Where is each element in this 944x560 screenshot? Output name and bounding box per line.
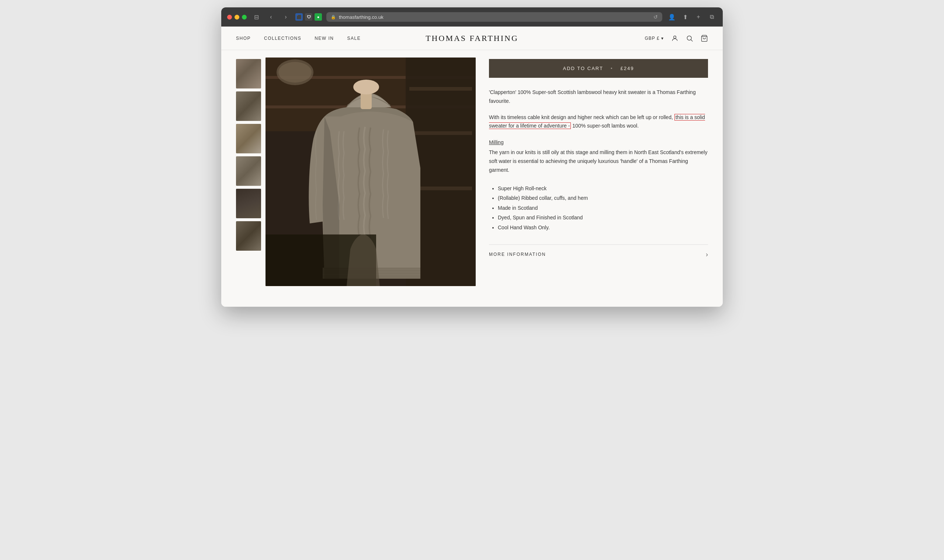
svg-point-18 xyxy=(353,80,379,94)
milling-text: The yarn in our knits is still oily at t… xyxy=(489,148,708,174)
nav-left: SHOP COLLECTIONS NEW IN SALE xyxy=(236,36,360,41)
product-thumbnail-4[interactable] xyxy=(236,156,261,186)
page: SHOP COLLECTIONS NEW IN SALE THOMAS FART… xyxy=(221,26,723,307)
product-description-2: With its timeless cable knit design and … xyxy=(489,113,708,131)
address-bar-container: 🔒 ↺ xyxy=(326,12,662,22)
feature-item-4: Dyed, Spun and Finished in Scotland xyxy=(498,213,708,223)
nav-sale-link[interactable]: SALE xyxy=(347,36,361,41)
tabs-overview-button[interactable]: ⧉ xyxy=(707,12,717,22)
refresh-button[interactable]: ↺ xyxy=(653,14,658,20)
account-button[interactable]: 👤 xyxy=(667,12,677,22)
product-price: £249 xyxy=(621,66,634,71)
site-logo[interactable]: THOMAS FARTHING xyxy=(425,34,519,43)
nav-new-in-link[interactable]: NEW IN xyxy=(314,36,334,41)
thumbnail-column xyxy=(236,57,265,286)
features-list: Super High Roll-neck (Rollable) Ribbed c… xyxy=(489,184,708,232)
feature-item-5: Cool Hand Wash Only. xyxy=(498,223,708,232)
shield-extension-icon[interactable]: 🛡 xyxy=(305,13,312,21)
svg-point-0 xyxy=(674,36,676,38)
traffic-lights xyxy=(227,15,247,20)
description-2-before: With its timeless cable knit design and … xyxy=(489,114,675,120)
minimize-button[interactable] xyxy=(234,15,239,20)
milling-section: Milling The yarn in our knits is still o… xyxy=(489,139,708,174)
more-information-label: MORE INFORMATION xyxy=(489,252,546,257)
product-thumbnail-5[interactable] xyxy=(236,189,261,218)
nav-shop-link[interactable]: SHOP xyxy=(236,36,251,41)
feature-item-2: (Rollable) Ribbed collar, cuffs, and hem xyxy=(498,193,708,203)
browser-extensions: ⬛ 🛡 ● xyxy=(296,13,322,21)
svg-rect-12 xyxy=(409,131,472,135)
cart-nav-button[interactable] xyxy=(701,35,708,42)
sidebar-toggle-button[interactable]: ⊟ xyxy=(251,12,262,22)
product-thumbnail-1[interactable] xyxy=(236,59,261,88)
main-product-image xyxy=(265,57,476,286)
add-to-cart-label: ADD TO CART xyxy=(563,66,603,71)
svg-point-9 xyxy=(279,62,312,83)
product-thumbnail-2[interactable] xyxy=(236,91,261,121)
description-2-after: 100% super-soft lambs wool. xyxy=(571,123,639,129)
chevron-right-icon: › xyxy=(706,251,708,258)
browser-window: ⊟ ‹ › ⬛ 🛡 ● 🔒 ↺ 👤 ⬆ + ⧉ SHOP COLLECTIONS… xyxy=(221,8,723,307)
share-button[interactable]: ⬆ xyxy=(680,12,690,22)
feature-item-1: Super High Roll-neck xyxy=(498,184,708,194)
nav-right: GBP £ ▾ xyxy=(645,35,708,42)
milling-title: Milling xyxy=(489,139,708,145)
product-description-1: 'Clapperton' 100% Super-soft Scottish la… xyxy=(489,88,708,106)
add-to-cart-button[interactable]: ADD TO CART • £249 xyxy=(489,59,708,78)
green-extension-icon[interactable]: ● xyxy=(314,13,322,21)
address-bar[interactable] xyxy=(339,14,650,20)
close-button[interactable] xyxy=(227,15,232,20)
back-button[interactable]: ‹ xyxy=(266,12,276,22)
product-thumbnail-6[interactable] xyxy=(236,221,261,251)
currency-selector[interactable]: GBP £ ▾ xyxy=(645,36,664,41)
main-content: ADD TO CART • £249 'Clapperton' 100% Sup… xyxy=(221,50,723,301)
lock-icon: 🔒 xyxy=(331,15,336,20)
browser-actions: 👤 ⬆ + ⧉ xyxy=(667,12,717,22)
forward-button[interactable]: › xyxy=(280,12,291,22)
product-thumbnail-3[interactable] xyxy=(236,124,261,153)
more-information-section[interactable]: MORE INFORMATION › xyxy=(489,245,708,258)
button-separator: • xyxy=(611,66,613,71)
account-nav-button[interactable] xyxy=(671,35,679,42)
product-image xyxy=(265,57,476,286)
browser-chrome: ⊟ ‹ › ⬛ 🛡 ● 🔒 ↺ 👤 ⬆ + ⧉ xyxy=(221,8,723,26)
new-tab-button[interactable]: + xyxy=(693,12,704,22)
svg-line-2 xyxy=(691,40,693,41)
product-details: ADD TO CART • £249 'Clapperton' 100% Sup… xyxy=(489,57,708,286)
search-nav-button[interactable] xyxy=(686,35,693,42)
svg-rect-11 xyxy=(409,87,472,91)
fullscreen-button[interactable] xyxy=(242,15,247,20)
bookmark-extension-icon[interactable]: ⬛ xyxy=(296,13,303,21)
navigation: SHOP COLLECTIONS NEW IN SALE THOMAS FART… xyxy=(221,26,723,50)
svg-point-1 xyxy=(687,36,691,40)
nav-collections-link[interactable]: COLLECTIONS xyxy=(264,36,301,41)
feature-item-3: Made in Scotland xyxy=(498,203,708,213)
